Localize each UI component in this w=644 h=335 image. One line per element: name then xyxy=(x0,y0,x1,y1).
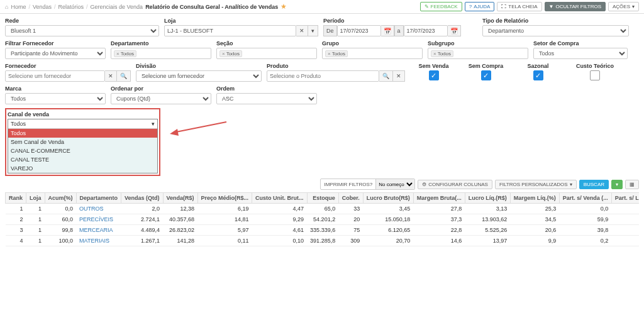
ordem-select[interactable]: ASC xyxy=(216,93,317,104)
acoes-button[interactable]: AÇÕES ▾ xyxy=(608,2,639,11)
divisao-label: Divisão xyxy=(136,63,262,69)
produto-clear-icon[interactable]: ✕ xyxy=(393,70,405,82)
loja-clear-icon[interactable]: ✕ xyxy=(296,25,308,36)
periodo-to-input[interactable] xyxy=(404,25,448,36)
loja-input[interactable] xyxy=(164,25,296,36)
th-rank[interactable]: Rank xyxy=(6,193,26,204)
canal-option[interactable]: Sem Canal de Venda xyxy=(8,138,157,146)
buscar-dropdown-button[interactable]: ▾ xyxy=(611,180,623,189)
tela-cheia-button[interactable]: ⛶ TELA CHEIA xyxy=(497,2,541,11)
feedback-button[interactable]: ✎ FEEDBACK xyxy=(420,2,462,11)
favorite-star-icon[interactable]: ★ xyxy=(280,3,287,11)
results-table: Rank Loja Acum(%) Departamento Vendas (Q… xyxy=(5,192,639,335)
bc-l2[interactable]: Relatórios xyxy=(58,4,84,10)
setor-compra-select[interactable]: Todos xyxy=(533,48,628,59)
divisao-select[interactable]: Selecione um fornecedor xyxy=(136,70,262,82)
periodo-label: Período xyxy=(323,18,477,24)
fornecedor-search-icon[interactable]: 🔍 xyxy=(117,70,131,82)
filtros-personalizados-button[interactable]: FILTROS PERSONALIZADOS ▾ xyxy=(495,180,577,189)
ajuda-button[interactable]: ? AJUDA xyxy=(465,2,495,11)
departamento-label: Departamento xyxy=(111,40,211,47)
th-loja[interactable]: Loja xyxy=(26,193,45,204)
filtrar-fornecedor-select[interactable]: Participante do Movimento xyxy=(5,48,106,59)
secao-label: Seção xyxy=(216,40,317,47)
produto-search-icon[interactable]: 🔍 xyxy=(379,70,393,82)
table-row[interactable]: 41100,0MATERIAIS1.267,1141,280,110,10391… xyxy=(6,236,640,246)
departamento-taginput[interactable]: ×Todos xyxy=(111,48,211,59)
fornecedor-input[interactable] xyxy=(5,70,105,82)
th-qtd[interactable]: Vendas (Qtd) xyxy=(121,193,164,204)
setor-compra-label: Setor de Compra xyxy=(533,40,628,47)
th-ml[interactable]: Margem Líq.(%) xyxy=(510,193,559,204)
canal-venda-label: Canal de venda xyxy=(8,111,49,118)
th-pv[interactable]: Part. s/ Venda (... xyxy=(559,193,611,204)
fornecedor-clear-icon[interactable]: ✕ xyxy=(105,70,117,82)
th-pm[interactable]: Preço Médio(R$... xyxy=(197,193,252,204)
ordenar-por-select[interactable]: Cupons (Qtd) xyxy=(111,93,211,104)
imprimir-filtros-combo[interactable]: IMPRIMIR FILTROS? No começo xyxy=(320,178,415,190)
th-cob[interactable]: Cober. xyxy=(338,193,363,204)
grupo-taginput[interactable]: ×Todos xyxy=(322,48,423,59)
canal-venda-highlight: Canal de venda Todos▾ Todos Sem Canal de… xyxy=(5,108,160,176)
th-lb[interactable]: Lucro Bruto(R$) xyxy=(363,193,413,204)
ordem-label: Ordem xyxy=(216,85,317,92)
canal-option[interactable]: VAREJO xyxy=(8,164,157,173)
tipo-relatorio-select[interactable]: Departamento xyxy=(482,25,629,36)
imprimir-filtros-select[interactable]: No começo xyxy=(375,179,414,189)
th-est[interactable]: Estoque xyxy=(307,193,338,204)
subgrupo-label: Subgrupo xyxy=(428,40,528,47)
rede-select[interactable]: Bluesoft 1 xyxy=(5,25,159,36)
periodo-from-input[interactable] xyxy=(337,25,381,36)
svg-marker-1 xyxy=(170,129,179,136)
sem-venda-label: Sem Venda xyxy=(418,63,448,69)
loja-label: Loja xyxy=(164,18,318,24)
canal-option[interactable]: Todos xyxy=(8,129,157,138)
filtrar-fornecedor-label: Filtrar Fornecedor xyxy=(5,40,106,47)
loja-dropdown-icon[interactable]: ▾ xyxy=(308,25,318,36)
sem-venda-checkbox[interactable]: ✓ xyxy=(429,70,439,80)
sazonal-checkbox[interactable]: ✓ xyxy=(533,70,543,80)
annotation-arrow-icon xyxy=(170,119,233,138)
ocultar-filtros-button[interactable]: ▼ OCULTAR FILTROS xyxy=(545,2,606,11)
calendar-from-icon[interactable]: 📅 xyxy=(381,25,394,36)
sem-compra-checkbox[interactable]: ✓ xyxy=(481,70,491,80)
home-icon[interactable]: ⌂ xyxy=(5,4,8,10)
chevron-down-icon: ▾ xyxy=(152,121,155,127)
table-row[interactable]: 110,0OUTROS2,012,386,194,4765,0333,4527,… xyxy=(6,204,640,214)
canal-venda-dropdown[interactable]: Todos▾ Todos Sem Canal de Venda CANAL E-… xyxy=(8,119,158,173)
th-mb[interactable]: Margem Bruta(... xyxy=(413,193,465,204)
produto-input[interactable] xyxy=(267,70,379,82)
th-acum[interactable]: Acum(%) xyxy=(45,193,76,204)
subgrupo-taginput[interactable]: ×Todos xyxy=(428,48,528,59)
th-dept[interactable]: Departamento xyxy=(76,193,121,204)
tipo-relatorio-label: Tipo de Relatório xyxy=(482,18,629,24)
th-venda[interactable]: Venda(R$) xyxy=(163,193,197,204)
periodo-a-label: a xyxy=(394,25,404,36)
fornecedor-label: Fornecedor xyxy=(5,63,131,69)
rede-label: Rede xyxy=(5,18,159,24)
buscar-button[interactable]: BUSCAR xyxy=(579,180,609,189)
th-pl[interactable]: Part. s/ Lucro(%... xyxy=(611,193,639,204)
breadcrumb-bar: ⌂ Home/ Vendas/ Relatórios/ Gerenciais d… xyxy=(0,0,644,14)
th-ll[interactable]: Lucro Líq.(R$) xyxy=(465,193,510,204)
periodo-de-label: De xyxy=(323,25,337,36)
table-row[interactable]: 3199,8MERCEARIA4.489,426.823,025,974,613… xyxy=(6,225,640,236)
sazonal-label: Sazonal xyxy=(527,63,548,69)
canal-option[interactable]: CANAL E-COMMERCE xyxy=(8,146,157,155)
bc-l1[interactable]: Vendas xyxy=(33,4,52,10)
secao-taginput[interactable]: ×Todos xyxy=(216,48,317,59)
ordenar-por-label: Ordenar por xyxy=(111,85,211,92)
bc-home[interactable]: Home xyxy=(11,4,26,10)
calendar-to-icon[interactable]: 📅 xyxy=(448,25,461,36)
grupo-label: Grupo xyxy=(322,40,423,47)
svg-line-0 xyxy=(173,122,226,133)
bc-l3[interactable]: Gerenciais de Venda xyxy=(91,4,143,10)
th-cu[interactable]: Custo Unit. Brut... xyxy=(252,193,308,204)
custo-teorico-checkbox[interactable] xyxy=(590,70,600,80)
marca-select[interactable]: Todos xyxy=(5,93,106,104)
canal-option[interactable]: CANAL TESTE xyxy=(8,155,157,164)
grid-icon-button[interactable]: ▦ xyxy=(625,180,639,189)
configurar-colunas-button[interactable]: ⚙ CONFIGURAR COLUNAS xyxy=(418,180,492,189)
custo-teorico-label: Custo Teórico xyxy=(576,63,614,69)
table-row[interactable]: 2160,0PERECÍVEIS2.724,140.357,6814,819,2… xyxy=(6,214,640,225)
